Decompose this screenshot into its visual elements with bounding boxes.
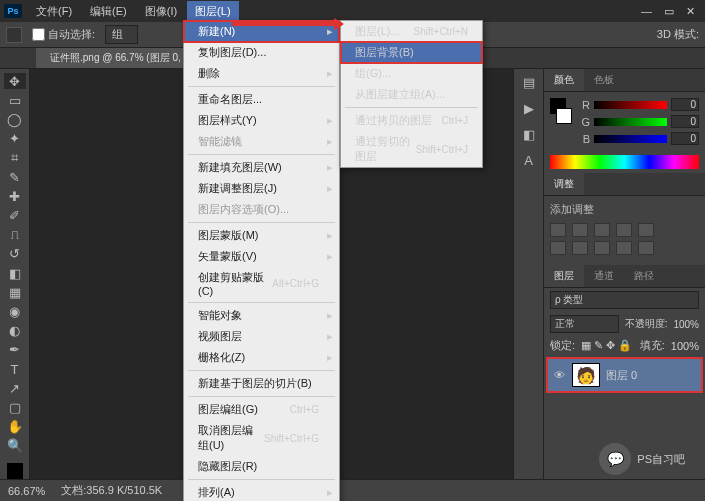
status-bar: 66.67% 文档:356.9 K/510.5K [0,479,705,501]
marquee-tool-icon[interactable]: ▭ [4,92,26,108]
auto-select-checkbox[interactable]: 自动选择: [32,27,95,42]
menubar: 文件(F) 编辑(E) 图像(I) 图层(L) [28,1,239,22]
type-tool-icon[interactable]: T [4,361,26,377]
submenu-item[interactable]: 图层(L)...Shift+Ctrl+N [341,21,482,42]
visibility-icon[interactable]: 👁 [552,369,566,381]
channels-tab[interactable]: 通道 [584,265,624,287]
menu-item[interactable]: 取消图层编组(U)Shift+Ctrl+G [184,420,339,456]
brightness-icon[interactable] [550,223,566,237]
history-panel-icon[interactable]: ▤ [518,73,540,91]
menu-item[interactable]: 视频图层▸ [184,326,339,347]
adjust-tab[interactable]: 调整 [544,173,584,195]
color-lookup-icon[interactable] [638,241,654,255]
opacity-value[interactable]: 100% [673,319,699,330]
hand-tool-icon[interactable]: ✋ [4,419,26,435]
layer-filter-dropdown[interactable]: ρ 类型 [550,291,699,309]
eyedropper-tool-icon[interactable]: ✎ [4,169,26,185]
zoom-tool-icon[interactable]: 🔍 [4,438,26,454]
bw-icon[interactable] [572,241,588,255]
menu-layer[interactable]: 图层(L) [187,1,238,22]
layer-name[interactable]: 图层 0 [606,368,637,383]
close-icon[interactable]: ✕ [686,5,695,18]
menu-item[interactable]: 图层内容选项(O)... [184,199,339,220]
menu-item[interactable]: 隐藏图层(R) [184,456,339,477]
fill-value[interactable]: 100% [671,340,699,352]
menu-file[interactable]: 文件(F) [28,1,80,22]
submenu-item[interactable]: 通过剪切的图层Shift+Ctrl+J [341,131,482,167]
menu-item[interactable]: 新建基于图层的切片(B) [184,373,339,394]
photo-filter-icon[interactable] [594,241,610,255]
paths-tab[interactable]: 路径 [624,265,664,287]
wand-tool-icon[interactable]: ✦ [4,131,26,147]
lock-icons[interactable]: ▦ ✎ ✥ 🔒 [581,339,632,352]
menu-item[interactable]: 复制图层(D)... [184,42,339,63]
channel-mixer-icon[interactable] [616,241,632,255]
lasso-tool-icon[interactable]: ◯ [4,111,26,127]
foreground-swatch[interactable] [7,463,23,479]
submenu-item[interactable]: 通过拷贝的图层Ctrl+J [341,110,482,131]
collapsed-panels: ▤ ▶ ◧ A [513,69,543,479]
blend-mode-dropdown[interactable]: 正常 [550,315,619,333]
vibrance-icon[interactable] [638,223,654,237]
exposure-icon[interactable] [616,223,632,237]
menu-item[interactable]: 图层编组(G)Ctrl+G [184,399,339,420]
dodge-tool-icon[interactable]: ◐ [4,323,26,339]
char-panel-icon[interactable]: A [518,151,540,169]
b-value[interactable]: 0 [671,132,699,145]
brush-tool-icon[interactable]: ✐ [4,207,26,223]
pen-tool-icon[interactable]: ✒ [4,342,26,358]
maximize-icon[interactable]: ▭ [664,5,674,18]
menu-item[interactable]: 排列(A)▸ [184,482,339,501]
r-value[interactable]: 0 [671,98,699,111]
tool-preset-icon[interactable] [6,27,22,43]
crop-tool-icon[interactable]: ⌗ [4,150,26,166]
auto-select-dropdown[interactable]: 组 [105,25,138,44]
blur-tool-icon[interactable]: ◉ [4,303,26,319]
menu-item[interactable]: 创建剪贴蒙版(C)Alt+Ctrl+G [184,267,339,300]
curves-icon[interactable] [594,223,610,237]
menu-item[interactable]: 图层样式(Y)▸ [184,110,339,131]
b-slider[interactable] [594,135,667,143]
menu-item[interactable]: 重命名图层... [184,89,339,110]
color-tab[interactable]: 颜色 [544,69,584,91]
menu-item[interactable]: 矢量蒙版(V)▸ [184,246,339,267]
swatches-tab[interactable]: 色板 [584,69,624,91]
zoom-level[interactable]: 66.67% [8,485,45,497]
menu-image[interactable]: 图像(I) [137,1,185,22]
levels-icon[interactable] [572,223,588,237]
heal-tool-icon[interactable]: ✚ [4,188,26,204]
move-tool-icon[interactable]: ✥ [4,73,26,89]
history-brush-icon[interactable]: ↺ [4,246,26,262]
path-tool-icon[interactable]: ↗ [4,380,26,396]
minimize-icon[interactable]: — [641,5,652,18]
eraser-tool-icon[interactable]: ◧ [4,265,26,281]
watermark-icon: 💬 [599,443,631,475]
g-value[interactable]: 0 [671,115,699,128]
menu-item[interactable]: 删除▸ [184,63,339,84]
shape-tool-icon[interactable]: ▢ [4,399,26,415]
submenu-item[interactable]: 图层背景(B) [341,42,482,63]
menu-item[interactable]: 新建调整图层(J)▸ [184,178,339,199]
hue-icon[interactable] [550,241,566,255]
actions-panel-icon[interactable]: ▶ [518,99,540,117]
bg-color[interactable] [556,108,572,124]
r-slider[interactable] [594,101,667,109]
properties-panel-icon[interactable]: ◧ [518,125,540,143]
menu-item[interactable]: 栅格化(Z)▸ [184,347,339,368]
window-controls: — ▭ ✕ [641,5,701,18]
submenu-item[interactable]: 组(G)... [341,63,482,84]
menu-item[interactable]: 图层蒙版(M)▸ [184,225,339,246]
menu-item[interactable]: 智能滤镜▸ [184,131,339,152]
layers-tab[interactable]: 图层 [544,265,584,287]
layer-thumbnail[interactable]: 🧑 [572,363,600,387]
color-spectrum[interactable] [550,155,699,169]
menu-item[interactable]: 新建填充图层(W)▸ [184,157,339,178]
menu-edit[interactable]: 编辑(E) [82,1,135,22]
menu-item[interactable]: 智能对象▸ [184,305,339,326]
toolbox: ✥ ▭ ◯ ✦ ⌗ ✎ ✚ ✐ ⎍ ↺ ◧ ▦ ◉ ◐ ✒ T ↗ ▢ ✋ 🔍 [0,69,30,479]
submenu-item[interactable]: 从图层建立组(A)... [341,84,482,105]
stamp-tool-icon[interactable]: ⎍ [4,227,26,243]
layer-row[interactable]: 👁 🧑 图层 0 [546,357,703,393]
g-slider[interactable] [594,118,667,126]
gradient-tool-icon[interactable]: ▦ [4,284,26,300]
